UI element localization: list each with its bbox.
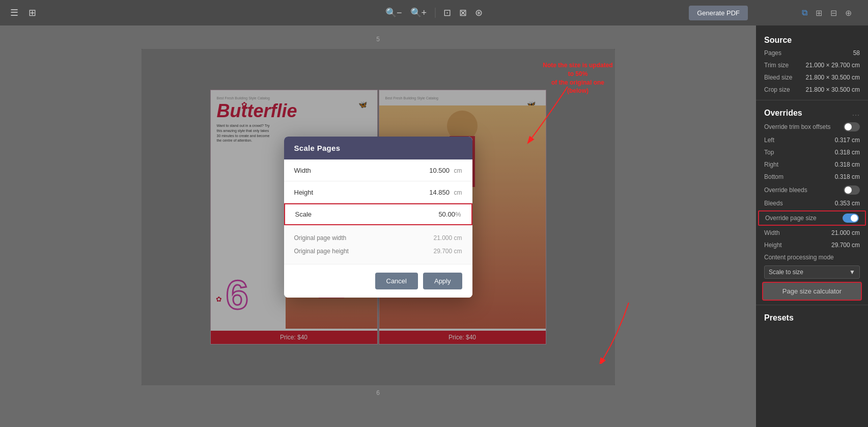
pages-label: Pages [764, 49, 781, 57]
pages-row: Pages 58 [756, 47, 868, 59]
trim-size-row: Trim size 21.000 × 29.700 cm [756, 59, 868, 71]
panel-icon-1[interactable]: ⧉ [802, 8, 807, 18]
panel-height-row: Height 29.700 cm [756, 239, 868, 251]
scale-pages-modal: Scale Pages Width 10.500 cm Height [284, 137, 472, 298]
content-processing-label: Content processing mode [764, 254, 834, 261]
original-height-row: Original page height 29.700 cm [294, 245, 462, 258]
dropdown-chevron: ▼ [849, 269, 855, 276]
toolbar-left: ☰ ⊞ [8, 5, 38, 20]
divider-2 [756, 305, 868, 305]
override-page-size-label: Override page size [765, 215, 817, 222]
toolbar-center: 🔍− 🔍+ ⊡ ⊠ ⊛ [383, 5, 485, 20]
original-height-label: Original page height [294, 248, 349, 255]
modal-body: Width 10.500 cm Height 14.850 cm [284, 159, 472, 264]
layout-icon[interactable]: ⊞ [26, 5, 38, 20]
scale-input[interactable] [425, 210, 455, 218]
modal-height-label: Height [294, 189, 314, 196]
zoom-out-icon[interactable]: 🔍− [383, 5, 404, 20]
crop-size-label: Crop size [764, 86, 790, 93]
bleeds-label: Bleeds [764, 200, 783, 207]
modal-info-section: Original page width 21.000 cm Original p… [284, 225, 472, 264]
fit-page-icon[interactable]: ⊡ [441, 5, 453, 20]
crop-size-row: Crop size 21.800 × 30.500 cm [756, 84, 868, 96]
overrides-title: Overrides [764, 109, 802, 118]
crop-size-value: 21.800 × 30.500 cm [806, 86, 860, 93]
top-toolbar: ☰ ⊞ 🔍− 🔍+ ⊡ ⊠ ⊛ Generate PDF ⧉ ⊞ ⊟ ⊕ [0, 0, 868, 25]
trim-size-value: 21.000 × 29.700 cm [806, 62, 860, 69]
override-trim-label: Override trim box offsets [764, 123, 831, 130]
bottom-value: 0.318 cm [835, 173, 860, 180]
content-processing-row: Content processing mode [756, 251, 868, 263]
original-width-row: Original page width 21.000 cm [294, 231, 462, 245]
toolbar-divider [435, 8, 435, 18]
modal-scale-field: Scale % [284, 203, 472, 225]
bleed-size-label: Bleed size [764, 74, 792, 81]
scale-to-size-dropdown[interactable]: Scale to size ▼ [764, 265, 860, 279]
right-row: Right 0.318 cm [756, 158, 868, 171]
zoom-full-icon[interactable]: ⊛ [473, 5, 485, 20]
bleeds-row: Bleeds 0.353 cm [756, 197, 868, 209]
canvas-area: 5 Best Fresh Building Style Catalog 🦋 ✿ … [0, 25, 756, 427]
pages-value: 58 [853, 49, 860, 57]
left-value: 0.317 cm [835, 137, 860, 144]
modal-width-label: Width [294, 167, 311, 174]
zoom-in-icon[interactable]: 🔍+ [408, 5, 429, 20]
page-number-bottom: 6 [376, 389, 380, 396]
overrides-more-icon[interactable]: … [852, 109, 860, 118]
modal-overlay: Scale Pages Width 10.500 cm Height [142, 49, 615, 385]
override-bleeds-toggle[interactable] [844, 185, 860, 195]
modal-height-value: 14.850 cm [429, 188, 462, 197]
panel-width-label: Width [764, 229, 780, 236]
page-size-calculator-button[interactable]: Page size calculator [762, 282, 862, 301]
top-row: Top 0.318 cm [756, 146, 868, 158]
bottom-row: Bottom 0.318 cm [756, 171, 868, 183]
panel-height-value: 29.700 cm [831, 242, 860, 249]
panel-icon-4[interactable]: ⊕ [845, 8, 852, 18]
apply-button[interactable]: Apply [423, 273, 462, 289]
top-label: Top [764, 149, 774, 156]
left-label: Left [764, 137, 774, 144]
override-bleeds-row: Override bleeds [756, 183, 868, 197]
modal-width-field: Width 10.500 cm [284, 159, 472, 181]
modal-width-value: 10.500 cm [429, 166, 462, 175]
fit-width-icon[interactable]: ⊠ [457, 5, 469, 20]
panel-width-value: 21.000 cm [831, 229, 860, 236]
modal-scale-label: Scale [295, 210, 312, 218]
scale-percent: % [455, 210, 461, 218]
original-width-label: Original page width [294, 234, 347, 242]
right-label: Right [764, 161, 778, 168]
toolbar-right: Generate PDF ⧉ ⊞ ⊟ ⊕ [689, 6, 860, 20]
modal-height-field: Height 14.850 cm [284, 181, 472, 203]
trim-size-label: Trim size [764, 62, 789, 69]
pdf-page-container: Best Fresh Building Style Catalog 🦋 ✿ ✿ … [142, 49, 615, 385]
presets-title: Presets [756, 309, 868, 325]
top-value: 0.318 cm [835, 149, 860, 156]
bleed-size-value: 21.800 × 30.500 cm [806, 74, 860, 81]
left-row: Left 0.317 cm [756, 134, 868, 146]
scale-to-size-label: Scale to size [769, 269, 803, 276]
modal-header: Scale Pages [284, 137, 472, 159]
panel-icon-2[interactable]: ⊞ [816, 8, 822, 18]
bleeds-value: 0.353 cm [835, 200, 860, 207]
panel-width-row: Width 21.000 cm [756, 227, 868, 239]
scale-input-wrapper: % [425, 210, 461, 218]
original-width-value: 21.000 cm [433, 234, 462, 242]
override-bleeds-label: Override bleeds [764, 186, 807, 194]
override-page-size-toggle[interactable] [843, 214, 859, 223]
panel-height-label: Height [764, 242, 782, 249]
generate-pdf-button[interactable]: Generate PDF [689, 6, 748, 20]
override-trim-toggle[interactable] [844, 122, 860, 131]
override-trim-row: Override trim box offsets [756, 120, 868, 134]
cancel-button[interactable]: Cancel [375, 273, 418, 289]
main-content: 5 Best Fresh Building Style Catalog 🦋 ✿ … [0, 25, 868, 427]
modal-footer: Cancel Apply [284, 264, 472, 298]
sidebar-toggle-icon[interactable]: ☰ [8, 5, 20, 20]
override-page-size-row: Override page size [758, 210, 866, 226]
panel-icon-3[interactable]: ⊟ [830, 8, 837, 18]
original-height-value: 29.700 cm [433, 248, 462, 255]
bleed-size-row: Bleed size 21.800 × 30.500 cm [756, 71, 868, 84]
right-panel: Source Pages 58 Trim size 21.000 × 29.70… [756, 25, 868, 427]
overrides-header: Overrides … [756, 104, 868, 120]
bottom-label: Bottom [764, 173, 783, 180]
page-number-top: 5 [376, 36, 380, 43]
